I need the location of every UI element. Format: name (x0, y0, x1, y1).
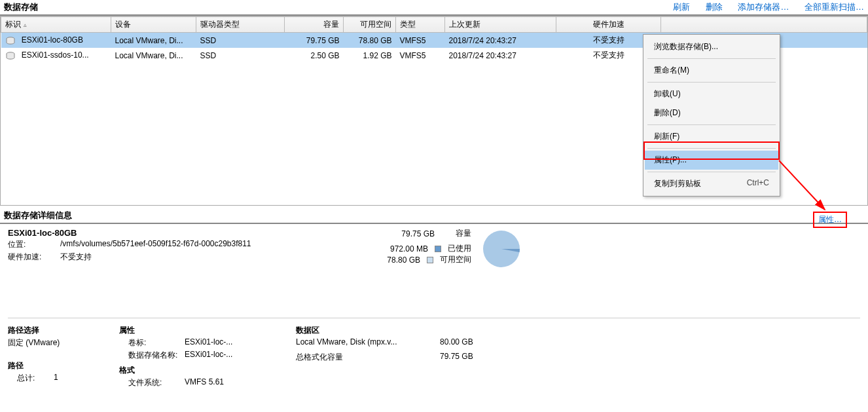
cell-id: ESXi01-ssdos-10... (22, 50, 89, 60)
cell-drive-type: SSD (196, 48, 285, 63)
cell-id: ESXi01-loc-80GB (22, 35, 83, 45)
used-label: 已使用 (448, 243, 471, 254)
attributes-heading: 属性 (119, 325, 276, 336)
paths-total-value: 1 (54, 373, 58, 384)
cell-free: 1.92 GB (344, 48, 396, 63)
cell-drive-type: SSD (196, 33, 285, 48)
extent-heading: 数据区 (296, 325, 571, 336)
link-delete[interactable]: 删除 (706, 2, 723, 12)
dsname-value: ESXi01-loc-... (185, 350, 232, 361)
menu-delete[interactable]: 删除(D) (645, 103, 778, 122)
value-hw-accel: 不受支持 (60, 252, 92, 263)
cell-type: VMFS5 (396, 33, 445, 48)
cell-last-update: 2018/7/24 20:43:27 (445, 33, 556, 48)
extent-size: 80.00 GB (440, 337, 473, 346)
cell-type: VMFS5 (396, 48, 445, 63)
menu-unmount[interactable]: 卸载(U) (645, 84, 778, 103)
label-hw-accel: 硬件加速: (8, 252, 60, 263)
paths-heading: 路径 (8, 360, 99, 371)
path-select-heading: 路径选择 (8, 325, 99, 336)
context-menu: 浏览数据存储(B)... 重命名(M) 卸载(U) 删除(D) 刷新(F) 属性… (643, 34, 780, 197)
details-ds-name: ESXi01-loc-80GB (8, 228, 348, 238)
label-location: 位置: (8, 239, 60, 250)
menu-browse-datastore[interactable]: 浏览数据存储(B)... (645, 37, 778, 56)
volume-label-label: 卷标: (119, 337, 178, 348)
free-value: 78.80 GB (374, 255, 420, 265)
section-title: 数据存储 (4, 1, 38, 13)
col-type[interactable]: 类型 (396, 17, 445, 33)
col-id[interactable]: 标识▵ (1, 17, 111, 33)
col-last-update[interactable]: 上次更新 (445, 17, 556, 33)
paths-total-label: 总计: (8, 373, 47, 384)
fmt-cap-label: 总格式化容量 (296, 352, 433, 363)
col-drive-type[interactable]: 驱动器类型 (196, 17, 285, 33)
format-heading: 格式 (119, 365, 276, 376)
menu-copy-shortcut: Ctrl+C (747, 178, 769, 187)
cell-device: Local VMware, Di... (111, 33, 196, 48)
volume-label-value: ESXi01-loc-... (185, 337, 232, 348)
capacity-label: 容量 (456, 228, 471, 239)
free-label: 可用空间 (440, 254, 471, 265)
cell-last-update: 2018/7/24 20:43:27 (445, 48, 556, 63)
fs-value: VMFS 5.61 (185, 377, 224, 388)
details-section-title: 数据存储详细信息 (4, 210, 72, 221)
datastore-icon (5, 36, 16, 45)
col-free[interactable]: 可用空间 (344, 17, 396, 33)
cell-free: 78.80 GB (344, 33, 396, 48)
fs-label: 文件系统: (119, 377, 178, 388)
menu-properties[interactable]: 属性(P)... (645, 151, 778, 170)
col-device[interactable]: 设备 (111, 17, 196, 33)
details-properties-link[interactable]: 属性… (818, 215, 842, 224)
cell-capacity: 2.50 GB (285, 48, 344, 63)
menu-rename[interactable]: 重命名(M) (645, 61, 778, 80)
menu-copy-clipboard[interactable]: 复制到剪贴板 Ctrl+C (645, 174, 778, 193)
fmt-cap-value: 79.75 GB (440, 352, 473, 363)
col-hw-accel[interactable]: 硬件加速 (556, 17, 661, 33)
path-select-value: 固定 (VMware) (8, 337, 99, 348)
dsname-label: 数据存储名称: (119, 350, 178, 361)
capacity-pie-icon (480, 228, 522, 272)
cell-device: Local VMware, Di... (111, 48, 196, 63)
menu-refresh[interactable]: 刷新(F) (645, 127, 778, 146)
cell-capacity: 79.75 GB (285, 33, 344, 48)
value-location: /vmfs/volumes/5b571eef-0509f152-f67d-000… (60, 239, 251, 250)
col-capacity[interactable]: 容量 (285, 17, 344, 33)
datastore-icon (5, 51, 16, 60)
legend-free-swatch (427, 257, 433, 263)
link-refresh[interactable]: 刷新 (673, 2, 690, 12)
link-rescan-all[interactable]: 全部重新扫描… (805, 2, 864, 12)
col-spacer (661, 17, 867, 33)
annotation-properties-link-box: 属性… (813, 212, 847, 228)
extent-name: Local VMware, Disk (mpx.v... (296, 337, 433, 346)
legend-used-swatch (435, 246, 441, 252)
link-add-storage[interactable]: 添加存储器… (738, 2, 789, 12)
used-value: 972.00 MB (382, 244, 428, 253)
capacity-value: 79.75 GB (389, 229, 435, 238)
